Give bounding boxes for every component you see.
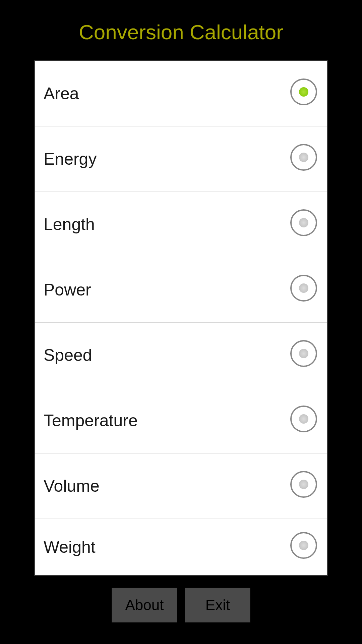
option-label: Temperature (44, 411, 138, 430)
option-weight[interactable]: Weight (35, 519, 327, 575)
option-volume[interactable]: Volume (35, 453, 327, 519)
radio-icon (290, 471, 317, 498)
option-label: Volume (44, 476, 100, 496)
option-label: Energy (44, 149, 97, 169)
option-area[interactable]: Area (35, 61, 327, 126)
radio-icon (290, 532, 317, 559)
radio-icon (290, 144, 317, 171)
option-label: Weight (44, 537, 96, 557)
radio-icon (290, 406, 317, 432)
option-label: Speed (44, 345, 92, 365)
option-length[interactable]: Length (35, 192, 327, 257)
option-power[interactable]: Power (35, 257, 327, 323)
radio-icon (290, 78, 317, 105)
option-label: Power (44, 280, 91, 300)
radio-icon (290, 340, 317, 367)
option-label: Length (44, 215, 95, 234)
option-energy[interactable]: Energy (35, 126, 327, 192)
unit-type-dialog: Area Energy Length Power Speed Temperatu… (34, 60, 328, 576)
option-label: Area (44, 84, 79, 103)
option-temperature[interactable]: Temperature (35, 388, 327, 453)
option-speed[interactable]: Speed (35, 323, 327, 388)
radio-icon (290, 275, 317, 302)
radio-icon (290, 209, 317, 236)
